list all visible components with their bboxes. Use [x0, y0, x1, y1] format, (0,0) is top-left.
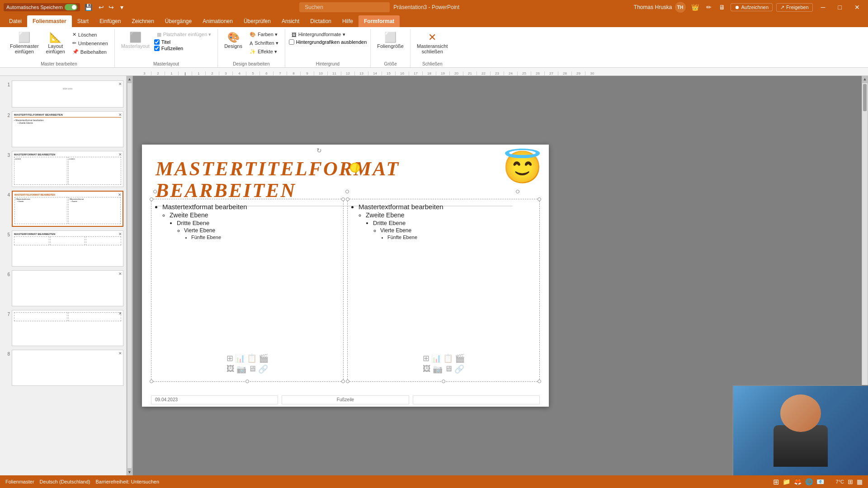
farben-button[interactable]: 🎨 Farben ▾ — [247, 31, 281, 38]
scroll-down-arrow[interactable]: ▼ — [127, 469, 132, 475]
content-box-right[interactable]: Mastertextformat bearbeiten Zweite Ebene… — [347, 199, 540, 382]
handle-tm[interactable] — [345, 190, 349, 193]
slide-close-8[interactable]: ✕ — [118, 351, 122, 356]
redo-button[interactable]: ↪ — [107, 3, 116, 12]
slide-close-3[interactable]: ✕ — [118, 152, 122, 157]
undo-button[interactable]: ↩ — [97, 3, 106, 12]
maximize-button[interactable]: □ — [834, 2, 846, 13]
taskbar-firefox-icon[interactable]: 🦊 — [794, 478, 802, 485]
taskbar-windows-icon[interactable]: ⊞ — [773, 478, 779, 486]
crown-icon-button[interactable]: 👑 — [689, 3, 701, 12]
pen-icon-button[interactable]: ✏ — [704, 3, 713, 12]
vertical-scroll-left[interactable]: ▲ ▼ — [127, 76, 133, 475]
handle-left-bm[interactable] — [245, 380, 249, 383]
slide-canvas[interactable]: MASTERTITELFORMAT BEARBEITEN ↻ 😇 — [142, 145, 549, 407]
handle-left-br[interactable] — [341, 380, 345, 383]
footer-right[interactable] — [413, 395, 540, 404]
platzhalter-button[interactable]: ▦ Platzhalter einfügen ▾ — [154, 31, 214, 38]
taskbar-ppt-icon[interactable]: P — [828, 478, 832, 485]
tab-hilfe[interactable]: Hilfe — [337, 15, 359, 27]
autosave-toggle-pill[interactable] — [65, 4, 77, 10]
record-button[interactable]: ⏺ Aufzeichnen — [731, 3, 773, 11]
fusszeilen-checkbox-label[interactable]: Fußzeilen — [154, 46, 214, 51]
handle-tl[interactable] — [153, 190, 157, 193]
slide-img-6[interactable]: ✕ — [12, 270, 123, 306]
slide-close-7[interactable]: ✕ — [118, 311, 122, 316]
taskbar-explorer-icon[interactable]: 📁 — [783, 478, 790, 485]
umbenennen-button[interactable]: ✏ Umbenennen — [70, 39, 111, 47]
tab-dictation[interactable]: Dictation — [305, 15, 337, 27]
titel-checkbox-label[interactable]: Titel — [154, 39, 214, 45]
tab-folienmaster[interactable]: Folienmaster — [27, 15, 72, 27]
foliengroesse-button[interactable]: ⬜ Foliengröße — [374, 31, 406, 51]
save-button[interactable]: 💾 — [83, 3, 94, 12]
slide-thumb-7[interactable]: 7 ✕ — [2, 309, 124, 347]
handle-left-tl[interactable] — [150, 197, 153, 201]
tab-ueberpruefen[interactable]: Überprüfen — [238, 15, 276, 27]
handle-right-bl[interactable] — [346, 380, 349, 383]
tab-start[interactable]: Start — [72, 15, 94, 27]
scroll-up-btn[interactable]: ▲ — [862, 76, 868, 82]
slide-thumb-3[interactable]: 3 ✕ Masterformat bearbeiten content cont… — [2, 150, 124, 188]
autosave-toggle[interactable]: Automatisches Speichern — [4, 3, 80, 11]
slide-thumb-4[interactable]: 4 ✕ MASTERTITELFORMAT BEARBEITEN • Maste… — [2, 190, 124, 228]
handle-right-br[interactable] — [538, 380, 541, 383]
footer-center[interactable]: Fußzeile — [282, 395, 409, 404]
beibehalten-button[interactable]: 📌 Beibehalten — [70, 48, 111, 56]
slide-img-4[interactable]: ✕ MASTERTITELFORMAT BEARBEITEN • Mastert… — [12, 191, 123, 227]
slide-close-6[interactable]: ✕ — [118, 272, 122, 276]
effekte-button[interactable]: ✨ Effekte ▾ — [247, 48, 281, 56]
layout-einfuegen-button[interactable]: 📐 Layouteinfügen — [43, 31, 68, 56]
hintergrundgrafiken-checkbox[interactable] — [289, 39, 294, 45]
slide-img-7[interactable]: ✕ — [12, 310, 123, 346]
close-button[interactable]: ✕ — [850, 2, 864, 13]
tab-formformat[interactable]: Formformat — [359, 15, 400, 27]
view-normal-icon[interactable]: ⊞ — [848, 478, 853, 485]
tab-animationen[interactable]: Animationen — [197, 15, 238, 27]
slide-thumb-8[interactable]: 8 ✕ — [2, 349, 124, 387]
slide-close-2[interactable]: ✕ — [118, 113, 122, 117]
fusszeilen-checkbox[interactable] — [154, 46, 160, 51]
slide-thumb-2[interactable]: 2 ✕ Mastertitelformat bearbeiten • Maste… — [2, 110, 124, 148]
slide-img-2[interactable]: ✕ Mastertitelformat bearbeiten • Mastert… — [12, 111, 123, 147]
slide-img-5[interactable]: ✕ Masterformat bearbeiten — [12, 230, 123, 267]
handle-right-tl[interactable] — [346, 197, 349, 201]
taskbar-outlook-icon[interactable]: 📧 — [816, 478, 824, 485]
tab-datei[interactable]: Datei — [4, 15, 27, 27]
view-slide-icon[interactable]: ▦ — [857, 478, 863, 485]
loeschen-button[interactable]: ✕ Löschen — [70, 31, 111, 38]
slide-img-8[interactable]: ✕ — [12, 350, 123, 386]
slide-close-1[interactable]: ✕ — [118, 82, 122, 86]
scroll-up-arrow[interactable]: ▲ — [127, 76, 132, 82]
content-box-left[interactable]: Mastertextformat bearbeiten Zweite Ebene… — [151, 199, 344, 382]
slide-thumb-5[interactable]: 5 ✕ Masterformat bearbeiten — [2, 230, 124, 267]
slide-img-3[interactable]: ✕ Masterformat bearbeiten content conten… — [12, 151, 123, 187]
titel-checkbox[interactable] — [154, 39, 160, 45]
slide-close-4[interactable]: ✕ — [118, 192, 122, 197]
rotation-handle[interactable]: ↻ — [316, 147, 322, 154]
tab-ansicht[interactable]: Ansicht — [276, 15, 305, 27]
handle-right-bm[interactable] — [442, 380, 445, 383]
slide-main-title[interactable]: MASTERTITELFORMAT BEARBEITEN — [156, 158, 513, 202]
hintergrundgrafiken-label[interactable]: Hintergrundgrafiken ausblenden — [289, 39, 367, 45]
schriften-button[interactable]: A Schriften ▾ — [247, 39, 281, 47]
scroll-thumb-right[interactable] — [863, 84, 867, 111]
designs-button[interactable]: 🎨 Designs — [222, 31, 245, 51]
handle-tr[interactable] — [516, 190, 519, 193]
slide-thumb-1[interactable]: 1 ✕ slide area — [2, 80, 124, 108]
masterlayout-button[interactable]: ⬛ Masterlayout — [118, 31, 152, 51]
hintergrundformate-button[interactable]: 🖼 Hintergrundformate ▾ — [289, 31, 367, 38]
footer-date[interactable]: 09.04.2023 — [151, 395, 278, 404]
folienmaster-einfuegen-button[interactable]: ⬜ Folienmastereinfügen — [7, 31, 42, 56]
slide-thumb-6[interactable]: 6 ✕ — [2, 269, 124, 307]
taskbar-chrome-icon[interactable]: 🌐 — [805, 478, 813, 485]
handle-right-tr[interactable] — [538, 197, 541, 201]
handle-left-tr[interactable] — [341, 197, 345, 201]
masteransicht-schliessen-button[interactable]: ✕ Masteransichtschließen — [414, 31, 450, 56]
handle-left-bl[interactable] — [150, 380, 153, 383]
slide-close-5[interactable]: ✕ — [118, 232, 122, 236]
search-input[interactable] — [299, 2, 390, 12]
minimize-button[interactable]: ─ — [816, 2, 830, 13]
slide-img-1[interactable]: ✕ slide area — [12, 80, 123, 108]
more-options-button[interactable]: ▾ — [118, 3, 125, 12]
